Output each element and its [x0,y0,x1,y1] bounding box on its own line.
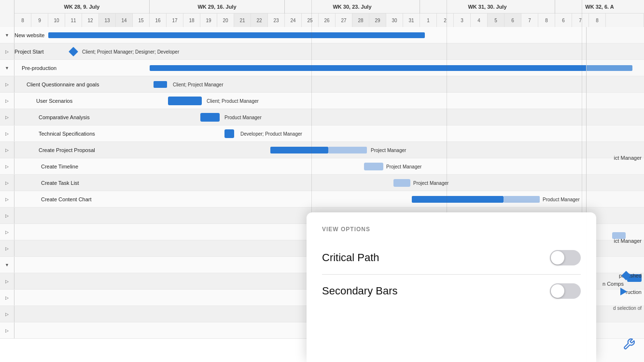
bar-user-scenarios[interactable] [168,97,202,105]
expand-client-questionnaire[interactable]: ▷ [0,76,14,92]
expand-create-content-chart[interactable]: ▷ [0,191,14,207]
secondary-bars-toggle[interactable] [550,283,581,299]
expand-technical-specs[interactable]: ▷ [0,125,14,141]
day-1: 1 [420,14,437,27]
day-5: 5 [488,14,504,27]
bar-pre-production[interactable] [150,65,632,71]
day-10: 10 [48,14,65,27]
row-project-start: ▷ Project Start Client; Project Manager;… [0,43,644,60]
expand-15[interactable]: ▷ [0,273,14,289]
day-28: 28 [352,14,369,27]
day-3: 3 [454,14,471,27]
day-21: 21 [234,14,251,27]
day-6b: 6 [555,14,572,27]
assignee-user-scenarios: Client; Product Manager [207,98,259,103]
row-user-scenarios: ▷ User Scenarios Client; Product Manager [0,93,644,109]
expand-project-start[interactable]: ▷ [0,43,14,59]
row-client-questionnaire: ▷ Client Questionnaire and goals Client;… [0,76,644,93]
week-30-header: WK 30, 23. July [285,0,420,14]
sidebar-selection-label: d selection of [613,306,642,311]
milestone-project-start [69,47,78,56]
expand-new-website[interactable]: ▼ [0,27,14,43]
expand-12[interactable]: ▷ [0,224,14,240]
expand-11[interactable]: ▷ [0,208,14,223]
day-17: 17 [167,14,183,27]
label-comparative-analysis: Comparative Analysis [39,114,90,120]
bar-create-proposal-solid[interactable] [270,147,328,153]
row-create-timeline: ▷ Create Timeline Project Manager [0,158,644,175]
sidebar-production-label: ruction [626,289,642,295]
day-7: 7 [521,14,538,27]
day-9: 9 [31,14,48,27]
row-technical-specs: ▷ Technical Specifications Developer; Pr… [0,125,644,142]
label-client-questionnaire: Client Questionnaire and goals [27,82,99,87]
secondary-bars-row: Secondary Bars [322,275,581,307]
secondary-bars-label: Secondary Bars [322,285,398,297]
expand-comparative-analysis[interactable]: ▷ [0,109,14,125]
expand-create-timeline[interactable]: ▷ [0,158,14,174]
expand-user-scenarios[interactable]: ▷ [0,93,14,109]
wrench-icon[interactable] [623,338,635,353]
day-rest [606,14,644,27]
day-18: 18 [183,14,200,27]
bar-create-content-chart-solid[interactable] [412,196,504,203]
day-23a: 23 [268,14,285,27]
secondary-bars-toggle-knob [551,284,564,298]
day-20: 20 [217,14,234,27]
row-new-website: ▼ New website [0,27,644,43]
bar-create-proposal-light [328,147,367,153]
day-19: 19 [200,14,217,27]
row-comparative-analysis: ▷ Comparative Analysis Product Manager [0,109,644,125]
bar-technical-specs[interactable] [224,129,234,138]
assignee-comparative-analysis: Product Manager [224,114,262,120]
gantt-header: WK 28, 9. July WK 29, 16. July WK 30, 23… [0,0,644,27]
assignee-create-timeline: Project Manager [386,164,421,169]
expand-pre-production[interactable]: ▼ [0,60,14,76]
label-create-proposal: Create Project Proposal [39,147,95,153]
day-8b: 8 [538,14,555,27]
expand-18[interactable]: ▷ [0,322,14,338]
assignee-create-task-list: Project Manager [413,180,448,185]
assignee-client-questionnaire: Client; Project Manager [173,82,224,87]
row-create-task-list: ▷ Create Task List Project Manager [0,175,644,191]
week-31-header: WK 31, 30. July [420,0,555,14]
label-user-scenarios: User Scenarios [36,98,72,104]
expand-17[interactable]: ▷ [0,306,14,322]
day-14: 14 [116,14,133,27]
critical-path-toggle[interactable] [550,250,581,265]
gantt-container: WK 28, 9. July WK 29, 16. July WK 30, 23… [0,0,644,362]
bar-create-timeline[interactable] [364,163,383,170]
assignee-create-proposal: Project Manager [371,147,406,153]
day-11: 11 [65,14,82,27]
sidebar-comps-label: n Comps [602,281,624,287]
bar-client-questionnaire[interactable] [154,81,167,88]
label-project-start: Project Start [14,49,44,55]
expand-14[interactable]: ▼ [0,257,14,273]
day-24: 24 [285,14,302,27]
day-25: 25 [302,14,319,27]
view-options-panel: VIEW OPTIONS Critical Path Secondary Bar… [307,212,596,362]
day-6a: 6 [504,14,521,27]
sidebar-bar2 [612,232,626,239]
expand-create-proposal[interactable]: ▷ [0,142,14,158]
bar-new-website[interactable] [48,32,425,38]
day-29: 29 [369,14,386,27]
expand-create-task-list[interactable]: ▷ [0,175,14,191]
sidebar-production-arrow [620,288,627,295]
critical-path-toggle-knob [551,251,564,265]
bar-create-task-list[interactable] [393,179,410,187]
day-27: 27 [336,14,352,27]
week-32-header: WK 32, 6. A [555,0,644,14]
critical-path-row: Critical Path [322,241,581,275]
assignee-technical-specs: Developer; Product Manager [240,131,302,136]
label-new-website: New website [14,32,44,38]
expand-16[interactable]: ▷ [0,290,14,306]
sidebar-manager-label: ict Manager [614,155,642,161]
bar-comparative-analysis[interactable] [200,113,220,122]
week-28-header: WK 28, 9. July [14,0,150,14]
expand-13[interactable]: ▷ [0,240,14,256]
row-create-proposal: ▷ Create Project Proposal Project Manage… [0,142,644,158]
assignee-create-content-chart: Product Manager [543,196,580,202]
day-12: 12 [82,14,99,27]
day-4: 4 [471,14,488,27]
